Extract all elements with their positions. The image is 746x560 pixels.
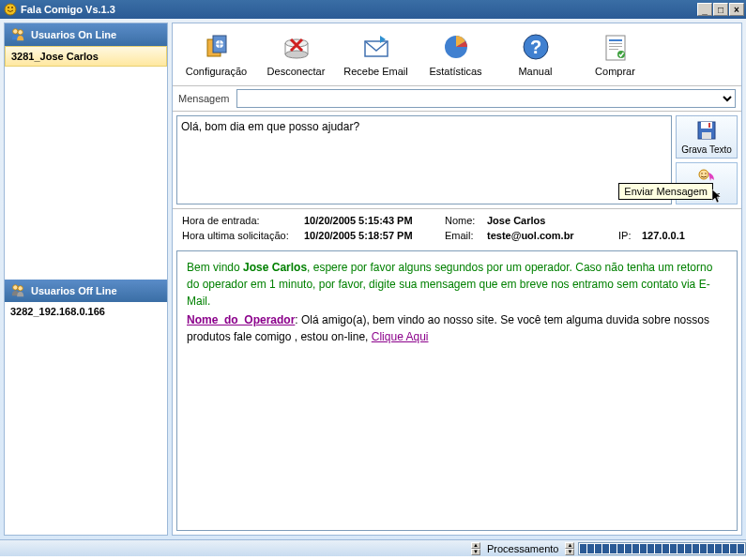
chat-log[interactable]: Bem vindo Jose Carlos, espere por favor … xyxy=(176,250,738,531)
manual-label: Manual xyxy=(518,66,552,77)
spin-up[interactable]: ▲ xyxy=(471,542,480,549)
window-buttons: _ □ × xyxy=(697,3,744,16)
click-here-link[interactable]: Clique Aqui xyxy=(372,330,429,343)
side-buttons: Grava Texto Enviar Enviar Mensagem xyxy=(676,112,741,208)
email-label: Email: xyxy=(445,230,487,241)
svg-rect-24 xyxy=(702,132,711,139)
main-area: Usuarios On Line 3281_Jose Carlos Usuari… xyxy=(0,19,746,539)
svg-rect-18 xyxy=(609,43,622,44)
spin-up2[interactable]: ▲ xyxy=(565,542,574,549)
operator-message: Nome_do_Operador: Olá amigo(a), bem vind… xyxy=(187,311,727,345)
svg-point-28 xyxy=(705,173,707,174)
online-title: Usuarios On Line xyxy=(31,29,116,40)
svg-point-2 xyxy=(11,7,13,8)
svg-rect-17 xyxy=(609,39,622,41)
receive-email-button[interactable]: Recebe Email xyxy=(336,27,416,82)
tooltip: Enviar Mensagem xyxy=(618,183,713,200)
statusbar: ▲ ▼ Processamento ▲ ▼ xyxy=(0,539,746,556)
save-text-button[interactable]: Grava Texto xyxy=(676,115,738,159)
config-label: Configuração xyxy=(186,66,247,77)
maximize-button[interactable]: □ xyxy=(713,3,728,16)
disconnect-label: Desconectar xyxy=(267,66,326,77)
svg-text:?: ? xyxy=(529,37,540,57)
message-select-row: Mensagem xyxy=(173,86,741,112)
online-panel-header: Usuarios On Line xyxy=(5,23,167,46)
email-value: teste@uol.com.br xyxy=(487,230,618,241)
cursor-icon xyxy=(711,189,724,204)
buy-button[interactable]: Comprar xyxy=(575,27,655,82)
offline-user-list[interactable]: 3282_192.168.0.166 xyxy=(5,302,167,536)
svg-point-10 xyxy=(285,51,308,58)
save-text-label: Grava Texto xyxy=(681,144,732,155)
ip-value: 127.0.0.1 xyxy=(642,230,708,241)
disconnect-icon xyxy=(282,32,312,62)
status-label: Processamento xyxy=(484,543,561,554)
info-bar: Hora de entrada: 10/20/2005 5:15:43 PM N… xyxy=(173,208,741,247)
svg-point-1 xyxy=(8,7,9,8)
spinner[interactable]: ▲ ▼ xyxy=(471,542,480,555)
user-item[interactable]: 3282_192.168.0.166 xyxy=(5,302,167,321)
app-icon xyxy=(4,3,17,16)
content-area: Configuração Desconectar Recebe Email Es… xyxy=(172,23,742,536)
svg-rect-23 xyxy=(701,122,712,129)
disconnect-button[interactable]: Desconectar xyxy=(256,27,336,82)
name-value: Jose Carlos xyxy=(487,215,618,226)
spin-down[interactable]: ▼ xyxy=(471,549,480,555)
ip-label: IP: xyxy=(618,230,642,241)
spin-down2[interactable]: ▼ xyxy=(565,549,574,555)
welcome-prefix: Bem vindo xyxy=(187,261,243,274)
message-label: Mensagem xyxy=(178,93,229,104)
stats-button[interactable]: Estatísticas xyxy=(416,27,495,82)
manual-icon: ? xyxy=(521,32,551,62)
entry-time-value: 10/20/2005 5:15:43 PM xyxy=(304,215,445,226)
name-label: Nome: xyxy=(445,215,487,226)
titlebar: Fala Comigo Vs.1.3 _ □ × xyxy=(0,0,746,19)
entry-time-label: Hora de entrada: xyxy=(182,215,304,226)
toolbar: Configuração Desconectar Recebe Email Es… xyxy=(173,23,741,86)
compose-textarea[interactable] xyxy=(176,115,672,204)
spinner2[interactable]: ▲ ▼ xyxy=(565,542,574,555)
close-button[interactable]: × xyxy=(729,3,744,16)
sidebar: Usuarios On Line 3281_Jose Carlos Usuari… xyxy=(4,23,168,536)
svg-point-21 xyxy=(617,51,625,58)
online-user-list[interactable]: 3281_Jose Carlos xyxy=(5,46,167,280)
message-select[interactable] xyxy=(236,89,736,108)
last-request-label: Hora ultima solicitação: xyxy=(182,230,304,241)
minimize-button[interactable]: _ xyxy=(697,3,712,16)
window-title: Fala Comigo Vs.1.3 xyxy=(21,4,697,15)
svg-rect-19 xyxy=(609,46,622,47)
last-request-value: 10/20/2005 5:18:57 PM xyxy=(304,230,445,241)
welcome-message: Bem vindo Jose Carlos, espere por favor … xyxy=(187,259,727,310)
config-button[interactable]: Configuração xyxy=(176,27,256,82)
welcome-name: Jose Carlos xyxy=(243,261,307,274)
progress-bar xyxy=(578,542,746,555)
svg-point-5 xyxy=(13,284,18,289)
users-offline-icon xyxy=(10,283,25,298)
compose-row: Grava Texto Enviar Enviar Mensagem xyxy=(173,112,741,208)
svg-point-4 xyxy=(18,30,23,35)
buy-icon xyxy=(601,32,631,62)
buy-label: Comprar xyxy=(595,66,635,77)
offline-title: Usuarios Off Line xyxy=(31,285,117,296)
config-icon xyxy=(202,32,232,62)
manual-button[interactable]: ? Manual xyxy=(495,27,575,82)
svg-rect-20 xyxy=(609,49,618,50)
email-icon xyxy=(361,32,391,62)
offline-panel-header: Usuarios Off Line xyxy=(5,280,167,302)
svg-rect-25 xyxy=(708,123,710,128)
svg-point-27 xyxy=(701,173,703,174)
save-icon xyxy=(695,119,718,142)
svg-point-0 xyxy=(5,4,16,15)
svg-point-3 xyxy=(13,29,18,34)
svg-point-6 xyxy=(18,285,23,290)
stats-label: Estatísticas xyxy=(429,66,481,77)
operator-name: Nome_do_Operador xyxy=(187,313,295,326)
user-item[interactable]: 3281_Jose Carlos xyxy=(5,46,167,67)
stats-icon xyxy=(441,32,471,62)
email-label: Recebe Email xyxy=(343,66,407,77)
users-online-icon xyxy=(10,27,25,42)
